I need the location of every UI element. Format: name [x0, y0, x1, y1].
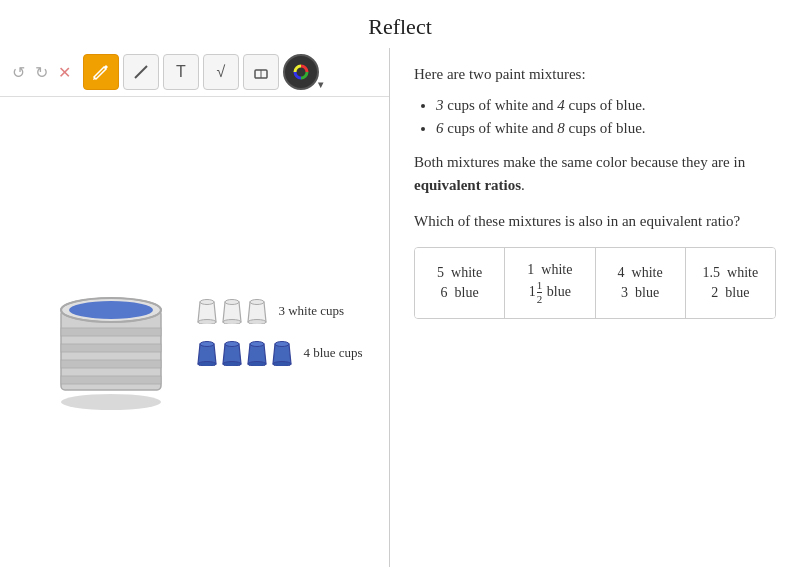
svg-rect-6 [61, 328, 161, 336]
question-text: Which of these mixtures is also in an eq… [414, 210, 776, 233]
svg-point-25 [275, 342, 289, 347]
ratio4-top: 1.5 white [703, 263, 759, 283]
ratio2-top: 1 white [527, 260, 572, 280]
blue-cup-1 [196, 340, 218, 366]
svg-point-15 [225, 300, 239, 305]
blue-cups-label: 4 blue cups [303, 345, 362, 361]
pencil-tool-button[interactable] [83, 54, 119, 90]
main-content: ↺ ↻ ✕ T √ [0, 48, 800, 567]
svg-point-13 [200, 300, 214, 305]
paint-can [46, 250, 176, 414]
intro-text: Here are two paint mixtures: [414, 66, 776, 83]
redo-button[interactable]: ↻ [33, 61, 50, 84]
pencil-icon [92, 63, 110, 81]
svg-rect-8 [61, 360, 161, 368]
fraction-half: 1 2 [537, 280, 543, 305]
svg-point-19 [200, 342, 214, 347]
line-tool-button[interactable] [123, 54, 159, 90]
white-cup-1 [196, 298, 218, 324]
svg-point-17 [250, 300, 264, 305]
ratio4-bottom: 2 blue [711, 283, 749, 303]
svg-point-4 [61, 394, 161, 410]
svg-rect-7 [61, 344, 161, 352]
color-wheel-icon [293, 64, 309, 80]
blue-cup-3 [246, 340, 268, 366]
ratio-option-2[interactable]: 1 white 1 1 2 blue [505, 248, 595, 318]
blue-cup-2 [221, 340, 243, 366]
blue-cups-group [196, 340, 293, 366]
eraser-tool-button[interactable] [243, 54, 279, 90]
svg-point-26 [273, 362, 291, 367]
ratio3-top: 4 white [618, 263, 663, 283]
text-icon: T [176, 63, 186, 81]
undo-button[interactable]: ↺ [10, 61, 27, 84]
ratio2-bottom: 1 1 2 blue [529, 280, 571, 305]
paint-can-svg [46, 250, 176, 410]
blue-cups-row: 4 blue cups [196, 340, 362, 366]
mixture2-pre: 6 [436, 120, 444, 136]
check-icon: √ [217, 63, 226, 81]
toolbar: ↺ ↻ ✕ T √ [0, 48, 389, 97]
blue-cup-4 [271, 340, 293, 366]
svg-point-16 [223, 320, 241, 325]
color-picker-button[interactable] [283, 54, 319, 90]
svg-point-23 [250, 342, 264, 347]
equivalent-ratios-text: equivalent ratios [414, 177, 521, 193]
ratio-option-4[interactable]: 1.5 white 2 blue [686, 248, 775, 318]
right-panel: Here are two paint mixtures: 3 cups of w… [390, 48, 800, 567]
description-text: Both mixtures make the same color becaus… [414, 151, 776, 196]
page-title: Reflect [0, 0, 800, 48]
mixture1-pre: 3 [436, 97, 444, 113]
white-cup-3 [246, 298, 268, 324]
paint-scene: 3 white cups [46, 250, 362, 414]
white-cup-2 [221, 298, 243, 324]
description-part1: Both mixtures make the same color becaus… [414, 154, 745, 170]
svg-point-21 [225, 342, 239, 347]
mixture1-mid: cups of white and [447, 97, 557, 113]
svg-point-14 [198, 320, 216, 325]
ratio1-bottom: 6 blue [441, 283, 479, 303]
white-cups-row: 3 white cups [196, 298, 362, 324]
svg-point-20 [198, 362, 216, 367]
drawing-area: 3 white cups [0, 97, 389, 567]
undo-redo-group: ↺ ↻ ✕ [10, 61, 73, 84]
mixture-1-item: 3 cups of white and 4 cups of blue. [436, 97, 776, 114]
svg-point-18 [248, 320, 266, 325]
svg-point-22 [223, 362, 241, 367]
line-icon [132, 63, 150, 81]
mixture2-mid: cups of white and [447, 120, 557, 136]
text-tool-button[interactable]: T [163, 54, 199, 90]
svg-point-11 [69, 301, 153, 319]
mixture2-post: cups of blue. [568, 120, 645, 136]
mixture2-num: 8 [557, 120, 565, 136]
ratio3-bottom: 3 blue [621, 283, 659, 303]
white-cups-group [196, 298, 268, 324]
mixture-2-item: 6 cups of white and 8 cups of blue. [436, 120, 776, 137]
ratio1-top: 5 white [437, 263, 482, 283]
close-button[interactable]: ✕ [56, 61, 73, 84]
mixture1-num: 4 [557, 97, 565, 113]
svg-line-0 [135, 66, 147, 78]
white-cups-label: 3 white cups [278, 303, 344, 319]
eraser-icon [252, 63, 270, 81]
ratio-options: 5 white 6 blue 1 white 1 1 2 blue 4 whit… [414, 247, 776, 319]
bullet-list: 3 cups of white and 4 cups of blue. 6 cu… [414, 97, 776, 137]
svg-rect-9 [61, 376, 161, 384]
description-part2: . [521, 177, 525, 193]
ratio-option-1[interactable]: 5 white 6 blue [415, 248, 505, 318]
ratio-option-3[interactable]: 4 white 3 blue [596, 248, 686, 318]
left-panel: ↺ ↻ ✕ T √ [0, 48, 390, 567]
cups-labels: 3 white cups [196, 298, 362, 366]
mixture1-post: cups of blue. [568, 97, 645, 113]
svg-point-24 [248, 362, 266, 367]
check-tool-button[interactable]: √ [203, 54, 239, 90]
